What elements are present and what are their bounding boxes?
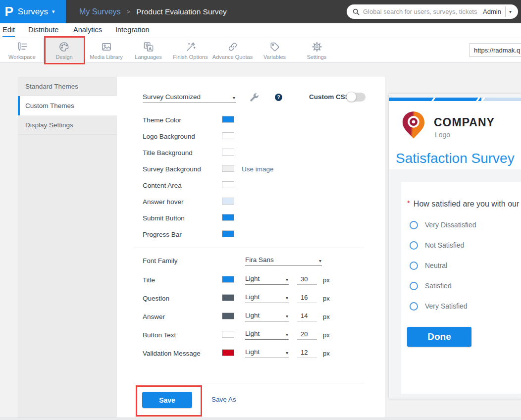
- content-area-swatch[interactable]: [222, 181, 234, 188]
- validation-size-input[interactable]: [297, 348, 317, 358]
- button-text-weight-select[interactable]: Light ▾: [245, 330, 289, 340]
- toolbar-item-label: Media Library: [90, 54, 123, 60]
- toolbar-item-label: Workspace: [8, 54, 36, 60]
- option-very-dissatisfied[interactable]: Very Dissatisfied: [410, 220, 476, 230]
- font-family-value: Fira Sans: [245, 256, 322, 265]
- tab-edit[interactable]: Edit: [2, 26, 15, 37]
- preview-header: COMPANY Logo Satisfaction Survey: [389, 101, 521, 169]
- option-label: Neutral: [425, 262, 447, 269]
- edit-toolbar: Workspace Design Media Library: [0, 38, 521, 63]
- color-row-label: Survey Background: [143, 165, 201, 173]
- sidebar-item-display-settings[interactable]: Display Settings: [18, 115, 117, 135]
- company-pin-logo: [401, 110, 426, 141]
- radio-icon[interactable]: [410, 282, 418, 290]
- app-window: P Surveys ▾ My Surveys > Product Evaluat…: [0, 0, 521, 420]
- palette-icon: [58, 41, 70, 52]
- toolbar-item-variables[interactable]: Variables: [254, 38, 296, 63]
- question-color-swatch[interactable]: [222, 294, 234, 301]
- sidebar-item-custom-themes[interactable]: Custom Themes: [18, 96, 117, 115]
- validation-weight-select[interactable]: Light ▾: [245, 348, 289, 358]
- font-row-label: Question: [143, 295, 169, 302]
- radio-icon[interactable]: [410, 302, 418, 311]
- wrench-icon: [249, 92, 260, 103]
- custom-css-toggle[interactable]: [347, 93, 365, 102]
- question-weight-select[interactable]: Light ▾: [245, 293, 289, 303]
- breadcrumb: My Surveys > Product Evaluation Survey: [79, 0, 227, 23]
- search-input[interactable]: [363, 8, 481, 15]
- global-search[interactable]: Admin ▾: [347, 4, 518, 19]
- answer-hover-swatch[interactable]: [222, 198, 234, 205]
- product-switcher[interactable]: P Surveys ▾: [0, 0, 66, 23]
- option-satisfied[interactable]: Satisfied: [410, 281, 452, 291]
- answer-weight-select[interactable]: Light ▾: [245, 312, 289, 321]
- company-name: COMPANY: [434, 116, 495, 129]
- button-text-size-input[interactable]: [297, 330, 317, 340]
- option-label: Very Dissatisfied: [425, 221, 476, 229]
- answer-color-swatch[interactable]: [222, 313, 234, 319]
- radio-icon[interactable]: [410, 241, 418, 250]
- survey-preview: COMPANY Logo Satisfaction Survey *How sa…: [389, 94, 521, 399]
- color-row-label: Answer hover: [143, 198, 184, 206]
- toolbar-item-settings[interactable]: Settings: [296, 38, 338, 63]
- tab-distribute[interactable]: Distribute: [28, 26, 58, 36]
- toolbar-item-workspace[interactable]: Workspace: [1, 38, 43, 63]
- option-not-satisfied[interactable]: Not Satisfied: [410, 240, 464, 250]
- survey-background-swatch[interactable]: [222, 165, 234, 172]
- option-neutral[interactable]: Neutral: [410, 261, 447, 270]
- title-color-swatch[interactable]: [222, 276, 234, 283]
- color-row-label: Theme Color: [143, 116, 181, 124]
- section-divider: [134, 248, 364, 248]
- font-family-label: Font Family: [143, 257, 178, 264]
- done-button[interactable]: Done: [407, 327, 471, 347]
- toolbar-item-languages[interactable]: Languages: [127, 38, 169, 63]
- toolbar-item-media-library[interactable]: Media Library: [85, 38, 127, 63]
- submit-button-swatch[interactable]: [222, 214, 234, 221]
- save-button[interactable]: Save: [142, 392, 192, 408]
- title-weight-select[interactable]: Light ▾: [245, 275, 289, 285]
- weight-value: Light: [245, 293, 289, 303]
- weight-value: Light: [245, 348, 289, 358]
- theme-select[interactable]: Survey Customized ▾: [143, 93, 236, 103]
- question-size-input[interactable]: [297, 293, 317, 303]
- color-row-label: Logo Background: [143, 133, 195, 140]
- chevron-down-icon: ▾: [286, 332, 288, 337]
- theme-select-value: Survey Customized: [143, 93, 236, 103]
- answer-size-input[interactable]: [297, 312, 317, 321]
- button-text-color-swatch[interactable]: [222, 331, 234, 338]
- title-size-input[interactable]: [297, 275, 317, 285]
- design-sidebar: Standard Themes Custom Themes Display Se…: [18, 77, 117, 418]
- unit-label: px: [323, 313, 330, 320]
- account-caret-icon[interactable]: ▾: [506, 9, 515, 14]
- font-row-label: Title: [143, 276, 155, 284]
- progress-bar-swatch[interactable]: [222, 230, 234, 237]
- radio-icon[interactable]: [410, 262, 418, 270]
- horizontal-scrollbar-track[interactable]: [0, 418, 521, 420]
- option-very-satisfied[interactable]: Very Satisfied: [410, 301, 468, 311]
- help-icon[interactable]: ?: [275, 94, 282, 101]
- radio-icon[interactable]: [410, 221, 418, 229]
- edit-theme-button[interactable]: [249, 92, 260, 105]
- breadcrumb-my-surveys[interactable]: My Surveys: [79, 7, 121, 16]
- chevron-down-icon: ▾: [286, 350, 288, 356]
- sidebar-item-standard-themes[interactable]: Standard Themes: [18, 77, 117, 96]
- theme-color-swatch[interactable]: [222, 116, 234, 123]
- tab-integration[interactable]: Integration: [115, 26, 150, 36]
- use-image-link[interactable]: Use image: [242, 165, 274, 173]
- survey-url-field[interactable]: https://radmak.q: [469, 43, 521, 57]
- font-family-select[interactable]: Fira Sans ▾: [245, 256, 322, 266]
- title-background-swatch[interactable]: [222, 149, 234, 156]
- toolbar-item-design[interactable]: Design: [43, 38, 85, 63]
- save-as-link[interactable]: Save As: [211, 396, 236, 403]
- weight-value: Light: [245, 330, 289, 339]
- toolbar-item-advance-quotas[interactable]: Advance Quotas: [211, 38, 254, 63]
- account-menu-label[interactable]: Admin: [483, 8, 501, 15]
- theme-editor-panel: Survey Customized ▾ ? Custom CSS Theme C…: [117, 77, 385, 418]
- tag-icon: [269, 41, 281, 52]
- top-bar: P Surveys ▾ My Surveys > Product Evaluat…: [0, 0, 521, 23]
- tab-analytics[interactable]: Analytics: [73, 26, 102, 36]
- logo-background-swatch[interactable]: [222, 132, 234, 139]
- toolbar-item-label: Advance Quotas: [212, 54, 253, 60]
- company-logo-sub: Logo: [435, 131, 450, 139]
- toolbar-item-finish-options[interactable]: Finish Options: [169, 38, 211, 63]
- validation-message-color-swatch[interactable]: [222, 349, 234, 356]
